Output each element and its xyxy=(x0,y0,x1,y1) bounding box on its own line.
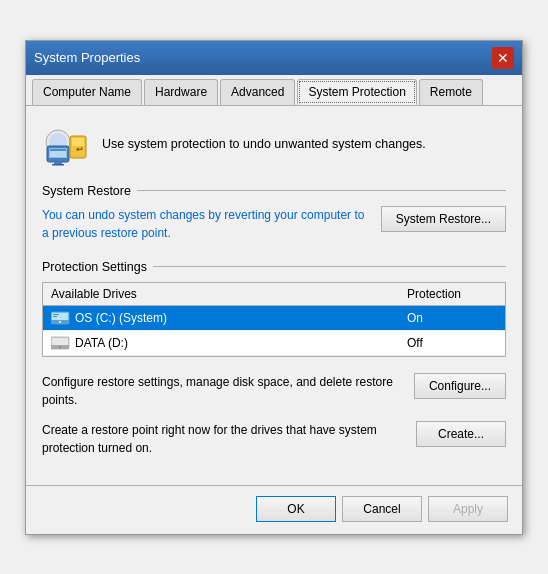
drive-icon-os xyxy=(51,310,71,326)
tab-advanced[interactable]: Advanced xyxy=(220,79,295,105)
drive-row-data[interactable]: DATA (D:) Off xyxy=(43,331,505,356)
title-bar-label: System Properties xyxy=(34,50,140,65)
shield-icon: ↩ xyxy=(42,120,90,168)
system-restore-title: System Restore xyxy=(42,184,131,198)
svg-rect-5 xyxy=(52,164,64,166)
header-description: Use system protection to undo unwanted s… xyxy=(102,137,426,151)
system-restore-body: You can undo system changes by reverting… xyxy=(42,206,506,242)
drives-table: Available Drives Protection OS (C:) (Sys… xyxy=(42,282,506,357)
protection-settings-title: Protection Settings xyxy=(42,260,147,274)
drive-row-os[interactable]: OS (C:) (System) On xyxy=(43,306,505,331)
tab-remote[interactable]: Remote xyxy=(419,79,483,105)
protection-settings-section: Protection Settings Available Drives Pro… xyxy=(42,260,506,357)
create-row: Create a restore point right now for the… xyxy=(42,421,506,457)
apply-button[interactable]: Apply xyxy=(428,496,508,522)
configure-description: Configure restore settings, manage disk … xyxy=(42,373,402,409)
configure-button[interactable]: Configure... xyxy=(414,373,506,399)
drive-name-data: DATA (D:) xyxy=(75,336,407,350)
tab-bar: Computer Name Hardware Advanced System P… xyxy=(26,75,522,106)
tab-system-protection[interactable]: System Protection xyxy=(297,79,416,105)
col-header-drives: Available Drives xyxy=(51,287,407,301)
tab-content: ↩ Use system protection to undo unwanted… xyxy=(26,106,522,485)
svg-rect-7 xyxy=(50,149,66,151)
configure-section: Configure restore settings, manage disk … xyxy=(42,373,506,457)
ok-button[interactable]: OK xyxy=(256,496,336,522)
create-description: Create a restore point right now for the… xyxy=(42,421,404,457)
cancel-button[interactable]: Cancel xyxy=(342,496,422,522)
title-bar: System Properties ✕ xyxy=(26,41,522,75)
svg-rect-4 xyxy=(54,162,62,164)
drive-icon-data xyxy=(51,335,71,351)
system-restore-button[interactable]: System Restore... xyxy=(381,206,506,232)
drive-protection-os: On xyxy=(407,311,497,325)
dialog-footer: OK Cancel Apply xyxy=(26,485,522,534)
svg-rect-15 xyxy=(53,314,59,315)
svg-rect-18 xyxy=(52,338,68,345)
tab-hardware[interactable]: Hardware xyxy=(144,79,218,105)
col-header-protection: Protection xyxy=(407,287,497,301)
drive-name-os: OS (C:) (System) xyxy=(75,311,407,325)
header-section: ↩ Use system protection to undo unwanted… xyxy=(42,120,506,168)
configure-row: Configure restore settings, manage disk … xyxy=(42,373,506,409)
svg-rect-16 xyxy=(53,316,57,317)
drive-protection-data: Off xyxy=(407,336,497,350)
tab-computer-name[interactable]: Computer Name xyxy=(32,79,142,105)
drives-table-header: Available Drives Protection xyxy=(43,283,505,306)
system-properties-dialog: System Properties ✕ Computer Name Hardwa… xyxy=(25,40,523,535)
protection-settings-header: Protection Settings xyxy=(42,260,506,274)
system-restore-header: System Restore xyxy=(42,184,506,198)
svg-point-14 xyxy=(59,320,61,322)
section-divider xyxy=(137,190,506,191)
create-button[interactable]: Create... xyxy=(416,421,506,447)
svg-point-20 xyxy=(59,345,61,347)
section-divider-2 xyxy=(153,266,506,267)
svg-text:↩: ↩ xyxy=(76,145,83,154)
system-restore-description: You can undo system changes by reverting… xyxy=(42,206,369,242)
close-button[interactable]: ✕ xyxy=(492,47,514,69)
system-restore-section: System Restore You can undo system chang… xyxy=(42,184,506,242)
